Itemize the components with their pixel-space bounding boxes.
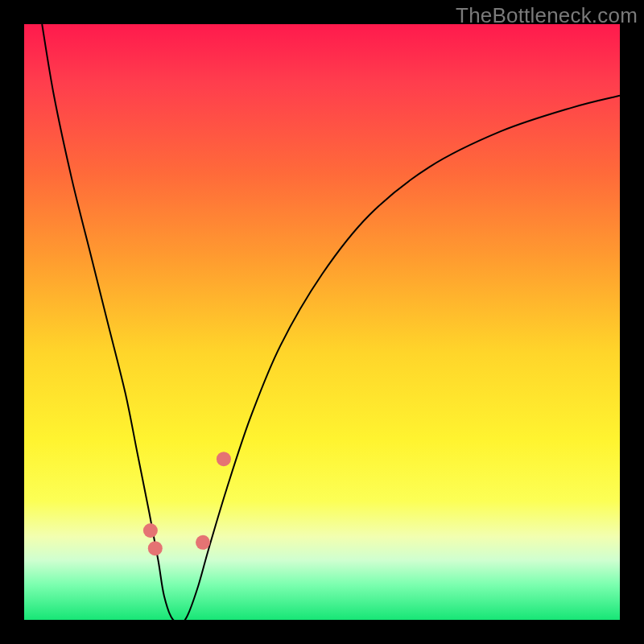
cluster-dot: [196, 535, 210, 550]
cluster-capsule: [206, 489, 217, 530]
cluster-dot: [148, 541, 163, 555]
cluster-capsule: [140, 459, 149, 506]
chart-area: [24, 24, 620, 620]
bottleneck-curve: [42, 24, 620, 623]
chart-svg: [24, 24, 620, 620]
watermark-label: TheBottleneck.com: [456, 3, 638, 28]
cluster-dot: [143, 523, 158, 538]
data-cluster-layer: [140, 452, 231, 620]
cluster-dot: [217, 452, 231, 466]
cluster-capsule: [194, 566, 197, 584]
